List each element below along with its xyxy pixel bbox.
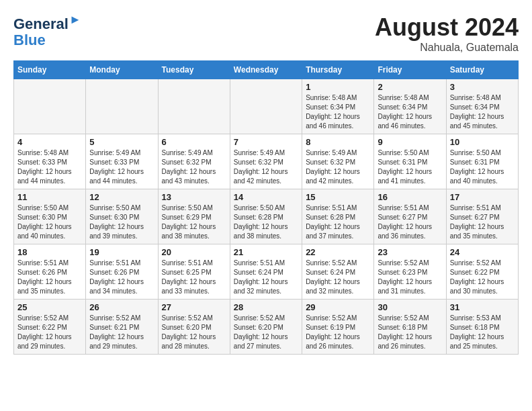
day-detail: Sunrise: 5:51 AM Sunset: 6:27 PM Dayligh… <box>450 203 515 241</box>
calendar-cell: 20Sunrise: 5:51 AM Sunset: 6:25 PM Dayli… <box>158 244 230 300</box>
calendar-cell: 19Sunrise: 5:51 AM Sunset: 6:26 PM Dayli… <box>86 244 158 300</box>
calendar-cell: 6Sunrise: 5:49 AM Sunset: 6:32 PM Daylig… <box>158 134 230 189</box>
title-area: August 2024 Nahuala, Guatemala <box>375 13 519 54</box>
calendar-cell: 3Sunrise: 5:48 AM Sunset: 6:34 PM Daylig… <box>446 79 518 134</box>
calendar-cell: 27Sunrise: 5:52 AM Sunset: 6:20 PM Dayli… <box>158 300 230 355</box>
weekday-header-cell: Sunday <box>14 61 86 79</box>
day-number: 16 <box>378 192 442 202</box>
day-detail: Sunrise: 5:51 AM Sunset: 6:24 PM Dayligh… <box>234 259 298 296</box>
day-number: 17 <box>450 192 515 202</box>
day-number: 10 <box>450 137 515 147</box>
day-number: 8 <box>306 137 370 147</box>
day-detail: Sunrise: 5:48 AM Sunset: 6:33 PM Dayligh… <box>17 148 82 186</box>
day-number: 3 <box>450 82 515 92</box>
day-detail: Sunrise: 5:50 AM Sunset: 6:29 PM Dayligh… <box>162 203 226 241</box>
day-number: 9 <box>378 137 442 147</box>
day-number: 27 <box>162 302 226 312</box>
day-detail: Sunrise: 5:49 AM Sunset: 6:32 PM Dayligh… <box>234 148 298 186</box>
weekday-header-cell: Monday <box>86 61 158 79</box>
calendar-cell: 5Sunrise: 5:49 AM Sunset: 6:33 PM Daylig… <box>86 134 158 189</box>
day-detail: Sunrise: 5:51 AM Sunset: 6:26 PM Dayligh… <box>17 259 82 296</box>
location-subtitle: Nahuala, Guatemala <box>375 42 519 54</box>
calendar-cell: 12Sunrise: 5:50 AM Sunset: 6:30 PM Dayli… <box>86 189 158 244</box>
logo-text: General► <box>13 13 81 33</box>
calendar-cell: 9Sunrise: 5:50 AM Sunset: 6:31 PM Daylig… <box>374 134 446 189</box>
day-number: 4 <box>17 137 82 147</box>
day-detail: Sunrise: 5:53 AM Sunset: 6:18 PM Dayligh… <box>450 314 515 351</box>
calendar-cell: 31Sunrise: 5:53 AM Sunset: 6:18 PM Dayli… <box>446 300 518 355</box>
day-detail: Sunrise: 5:50 AM Sunset: 6:31 PM Dayligh… <box>450 148 515 186</box>
day-detail: Sunrise: 5:49 AM Sunset: 6:33 PM Dayligh… <box>89 148 154 186</box>
calendar-cell: 21Sunrise: 5:51 AM Sunset: 6:24 PM Dayli… <box>230 244 302 300</box>
day-number: 28 <box>234 302 298 312</box>
day-number: 29 <box>306 302 370 312</box>
calendar-cell <box>158 79 230 134</box>
calendar-cell: 13Sunrise: 5:50 AM Sunset: 6:29 PM Dayli… <box>158 189 230 244</box>
calendar-cell: 8Sunrise: 5:49 AM Sunset: 6:32 PM Daylig… <box>302 134 374 189</box>
calendar-cell: 7Sunrise: 5:49 AM Sunset: 6:32 PM Daylig… <box>230 134 302 189</box>
day-number: 21 <box>234 247 298 257</box>
calendar-cell <box>86 79 158 134</box>
day-number: 19 <box>89 247 154 257</box>
day-detail: Sunrise: 5:48 AM Sunset: 6:34 PM Dayligh… <box>306 93 370 131</box>
calendar-cell: 23Sunrise: 5:52 AM Sunset: 6:23 PM Dayli… <box>374 244 446 300</box>
calendar-cell: 29Sunrise: 5:52 AM Sunset: 6:19 PM Dayli… <box>302 300 374 355</box>
calendar-cell: 15Sunrise: 5:51 AM Sunset: 6:28 PM Dayli… <box>302 189 374 244</box>
day-detail: Sunrise: 5:52 AM Sunset: 6:22 PM Dayligh… <box>17 314 82 351</box>
day-detail: Sunrise: 5:52 AM Sunset: 6:20 PM Dayligh… <box>234 314 298 351</box>
day-detail: Sunrise: 5:51 AM Sunset: 6:26 PM Dayligh… <box>89 259 154 296</box>
day-detail: Sunrise: 5:50 AM Sunset: 6:31 PM Dayligh… <box>378 148 442 186</box>
calendar-cell: 26Sunrise: 5:52 AM Sunset: 6:21 PM Dayli… <box>86 300 158 355</box>
day-detail: Sunrise: 5:50 AM Sunset: 6:28 PM Dayligh… <box>234 203 298 241</box>
day-number: 15 <box>306 192 370 202</box>
day-detail: Sunrise: 5:52 AM Sunset: 6:22 PM Dayligh… <box>450 259 515 296</box>
logo-blue: Blue <box>13 32 46 49</box>
calendar-cell: 11Sunrise: 5:50 AM Sunset: 6:30 PM Dayli… <box>14 189 86 244</box>
calendar-cell: 22Sunrise: 5:52 AM Sunset: 6:24 PM Dayli… <box>302 244 374 300</box>
day-detail: Sunrise: 5:52 AM Sunset: 6:18 PM Dayligh… <box>378 314 442 351</box>
day-detail: Sunrise: 5:49 AM Sunset: 6:32 PM Dayligh… <box>162 148 226 186</box>
day-number: 31 <box>450 302 515 312</box>
day-detail: Sunrise: 5:52 AM Sunset: 6:19 PM Dayligh… <box>306 314 370 351</box>
calendar-cell: 1Sunrise: 5:48 AM Sunset: 6:34 PM Daylig… <box>302 79 374 134</box>
logo: General► Blue <box>13 13 81 49</box>
calendar-row: 1Sunrise: 5:48 AM Sunset: 6:34 PM Daylig… <box>14 79 519 134</box>
calendar-cell: 10Sunrise: 5:50 AM Sunset: 6:31 PM Dayli… <box>446 134 518 189</box>
calendar-cell: 25Sunrise: 5:52 AM Sunset: 6:22 PM Dayli… <box>14 300 86 355</box>
calendar-row: 11Sunrise: 5:50 AM Sunset: 6:30 PM Dayli… <box>14 189 519 244</box>
weekday-header-cell: Thursday <box>302 61 374 79</box>
day-number: 26 <box>89 302 154 312</box>
day-detail: Sunrise: 5:51 AM Sunset: 6:25 PM Dayligh… <box>162 259 226 296</box>
calendar-cell <box>230 79 302 134</box>
day-detail: Sunrise: 5:52 AM Sunset: 6:21 PM Dayligh… <box>89 314 154 351</box>
calendar-body: 1Sunrise: 5:48 AM Sunset: 6:34 PM Daylig… <box>14 79 519 355</box>
calendar-cell: 30Sunrise: 5:52 AM Sunset: 6:18 PM Dayli… <box>374 300 446 355</box>
calendar-cell: 24Sunrise: 5:52 AM Sunset: 6:22 PM Dayli… <box>446 244 518 300</box>
day-detail: Sunrise: 5:51 AM Sunset: 6:28 PM Dayligh… <box>306 203 370 241</box>
day-detail: Sunrise: 5:52 AM Sunset: 6:23 PM Dayligh… <box>378 259 442 296</box>
day-detail: Sunrise: 5:51 AM Sunset: 6:27 PM Dayligh… <box>378 203 442 241</box>
calendar-cell: 4Sunrise: 5:48 AM Sunset: 6:33 PM Daylig… <box>14 134 86 189</box>
day-number: 24 <box>450 247 515 257</box>
weekday-header-cell: Wednesday <box>230 61 302 79</box>
day-number: 5 <box>89 137 154 147</box>
month-year-title: August 2024 <box>375 13 519 42</box>
day-detail: Sunrise: 5:50 AM Sunset: 6:30 PM Dayligh… <box>17 203 82 241</box>
day-detail: Sunrise: 5:49 AM Sunset: 6:32 PM Dayligh… <box>306 148 370 186</box>
calendar-cell <box>14 79 86 134</box>
day-number: 11 <box>17 192 82 202</box>
day-number: 22 <box>306 247 370 257</box>
weekday-header-cell: Friday <box>374 61 446 79</box>
day-number: 7 <box>234 137 298 147</box>
day-detail: Sunrise: 5:52 AM Sunset: 6:20 PM Dayligh… <box>162 314 226 351</box>
day-number: 2 <box>378 82 442 92</box>
calendar-cell: 17Sunrise: 5:51 AM Sunset: 6:27 PM Dayli… <box>446 189 518 244</box>
day-number: 18 <box>17 247 82 257</box>
day-detail: Sunrise: 5:52 AM Sunset: 6:24 PM Dayligh… <box>306 259 370 296</box>
day-detail: Sunrise: 5:50 AM Sunset: 6:30 PM Dayligh… <box>89 203 154 241</box>
calendar-cell: 2Sunrise: 5:48 AM Sunset: 6:34 PM Daylig… <box>374 79 446 134</box>
day-number: 23 <box>378 247 442 257</box>
calendar-cell: 14Sunrise: 5:50 AM Sunset: 6:28 PM Dayli… <box>230 189 302 244</box>
day-number: 13 <box>162 192 226 202</box>
day-detail: Sunrise: 5:48 AM Sunset: 6:34 PM Dayligh… <box>378 93 442 131</box>
